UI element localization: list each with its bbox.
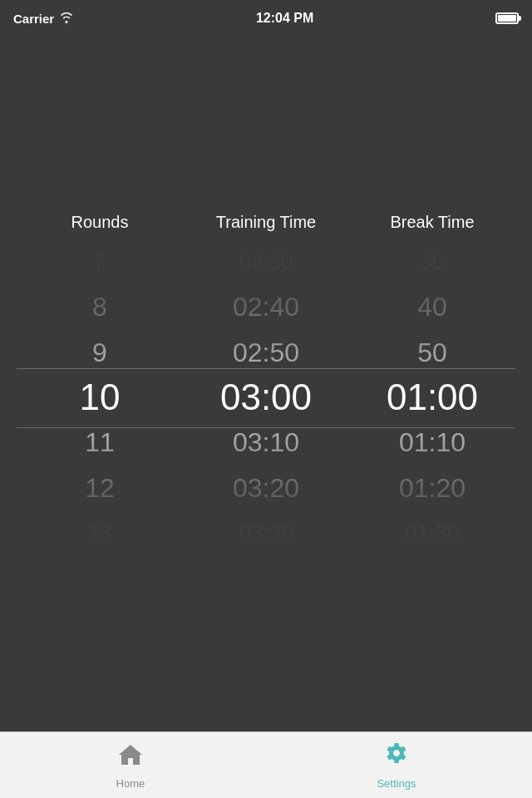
rounds-header: Rounds [17,213,183,232]
picker-item[interactable]: 7 [17,240,183,285]
battery-icon [495,12,519,24]
status-carrier: Carrier [13,12,74,26]
tab-bar: Home Settings [0,732,532,798]
picker-item[interactable]: 03:00 [183,375,349,420]
picker-item[interactable]: 50 [349,330,515,375]
home-icon [117,741,144,774]
picker-item[interactable]: 01:30 [349,510,515,555]
picker-item[interactable]: 9 [17,330,183,375]
break-time-column[interactable]: 30405001:0001:1001:2001:30 [349,240,515,556]
picker-item[interactable]: 13 [17,510,183,555]
picker-container[interactable]: Rounds Training Time Break Time 78910111… [17,213,515,556]
training-time-header: Training Time [183,213,349,232]
picker-item[interactable]: 30 [349,240,515,285]
picker-wheel[interactable]: 78910111213 02:3002:4002:5003:0003:1003:… [17,240,515,556]
picker-columns[interactable]: 78910111213 02:3002:4002:5003:0003:1003:… [17,240,515,556]
gear-icon [383,741,410,774]
picker-item[interactable]: 10 [17,375,183,420]
picker-headers: Rounds Training Time Break Time [17,213,515,232]
status-bar: Carrier 12:04 PM [0,0,532,37]
training-time-column[interactable]: 02:3002:4002:5003:0003:1003:2003:30 [183,240,349,556]
picker-item[interactable]: 11 [17,421,183,466]
break-time-header: Break Time [349,213,515,232]
picker-item[interactable]: 40 [349,285,515,330]
picker-item[interactable]: 01:20 [349,466,515,510]
tab-settings[interactable]: Settings [352,735,441,796]
home-label: Home [116,777,145,790]
picker-item[interactable]: 01:10 [349,421,515,466]
rounds-column[interactable]: 78910111213 [17,240,183,556]
battery-indicator [495,12,519,24]
settings-label: Settings [377,777,416,790]
picker-item[interactable]: 02:30 [183,240,349,285]
picker-item[interactable]: 02:40 [183,285,349,330]
picker-item[interactable]: 03:20 [183,466,349,510]
picker-item[interactable]: 03:30 [183,510,349,555]
tab-home[interactable]: Home [91,735,170,796]
picker-item[interactable]: 03:10 [183,421,349,466]
picker-item[interactable]: 12 [17,466,183,510]
picker-item[interactable]: 01:00 [349,375,515,420]
main-content: Rounds Training Time Break Time 78910111… [0,37,532,732]
carrier-label: Carrier [13,12,54,26]
picker-item[interactable]: 02:50 [183,330,349,375]
status-time: 12:04 PM [256,11,313,26]
wifi-icon [59,12,74,26]
picker-item[interactable]: 8 [17,285,183,330]
